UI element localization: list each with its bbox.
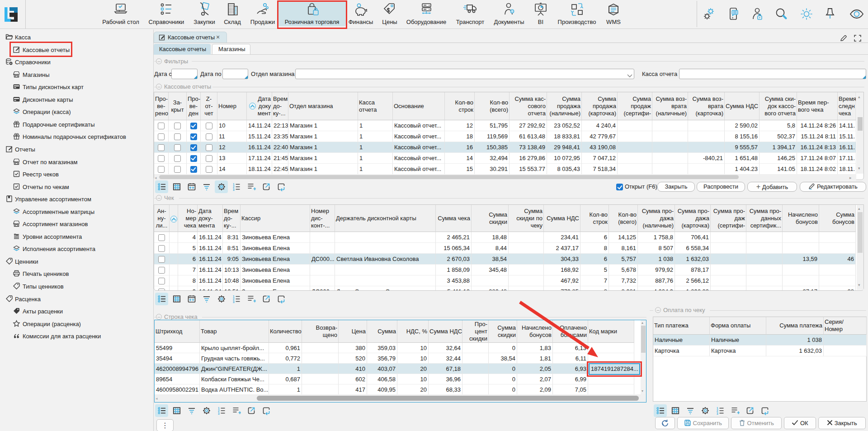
svg-text:3: 3 xyxy=(218,412,220,415)
svg-text:3: 3 xyxy=(233,300,235,303)
svg-text:3: 3 xyxy=(233,188,235,191)
svg-text:3: 3 xyxy=(717,412,718,415)
